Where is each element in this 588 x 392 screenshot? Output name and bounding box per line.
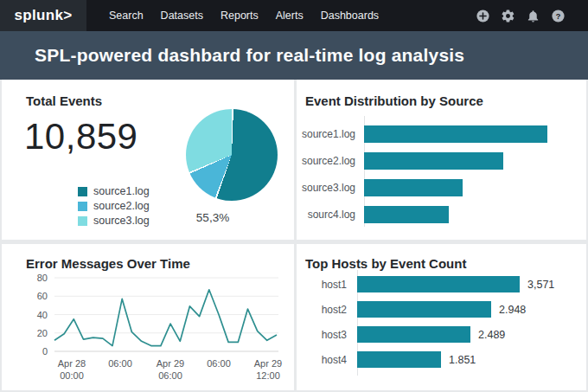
- bar-category-label: host3: [297, 329, 347, 341]
- bar: [364, 152, 503, 170]
- bar-row: host41.851: [297, 347, 586, 372]
- source-bar-chart: source1.logsource2.logsource3.logsourc4.…: [297, 120, 586, 228]
- panel-title-total-events: Total Events: [26, 93, 102, 108]
- bar-category-label: host1: [297, 279, 347, 291]
- legend-item: source2.log: [78, 200, 150, 212]
- bar-row: source2.log: [297, 147, 586, 174]
- svg-text:?: ?: [556, 11, 561, 20]
- bar-category-label: host4: [297, 354, 347, 366]
- nav-item-search[interactable]: Search: [100, 10, 152, 22]
- nav-item-dashboards[interactable]: Dashboards: [312, 10, 387, 22]
- dashboard-title: SPL-powered dashbard for real-time log a…: [35, 45, 464, 66]
- panel-error-messages: Error Messages Over Time 020406080Apr 28…: [2, 244, 294, 390]
- y-tick-label: 40: [37, 310, 48, 320]
- panel-title-top-hosts: Top Hosts by Event Count: [305, 256, 466, 271]
- line-series: [54, 290, 277, 346]
- bar: [357, 276, 520, 292]
- bar: [364, 179, 463, 196]
- nav-item-datasets[interactable]: Datasets: [152, 10, 212, 22]
- panel-total-events: Total Events 10,859 source1.logsource2.l…: [2, 80, 294, 240]
- top-nav: splunk> Search Datasets Reports Alerts D…: [0, 0, 588, 31]
- gear-icon[interactable]: [501, 9, 515, 23]
- bar-value-label: 2.948: [499, 304, 526, 316]
- legend-label: source3.log: [93, 215, 150, 227]
- x-tick-label: 06:00: [158, 370, 182, 381]
- legend-label: source2.log: [93, 200, 150, 212]
- bar-row: host13,571: [297, 272, 586, 297]
- bell-icon[interactable]: [526, 9, 540, 23]
- total-events-value: 10,859: [24, 116, 137, 157]
- nav-item-reports[interactable]: Reports: [212, 10, 267, 22]
- splunk-logo-text: splunk>: [15, 7, 73, 24]
- y-tick-label: 20: [37, 328, 48, 338]
- bar-category-label: source2.log: [297, 155, 355, 167]
- panel-title-error-messages: Error Messages Over Time: [26, 256, 190, 271]
- legend-swatch: [78, 202, 87, 211]
- bar-value-label: 3,571: [527, 279, 554, 291]
- x-tick-label: Apr 29: [254, 358, 282, 369]
- line-chart: 020406080Apr 2800:0006:00Apr 2906:0006:0…: [17, 270, 287, 389]
- nav-icon-group: ?: [476, 0, 588, 31]
- bar: [357, 301, 491, 318]
- nav-item-alerts[interactable]: Alerts: [267, 10, 312, 22]
- bar-row: host32.489: [297, 322, 586, 347]
- x-tick-label: 06:00: [207, 358, 231, 369]
- bar-row: host22.948: [297, 297, 586, 322]
- bar-category-label: source1.log: [297, 128, 355, 140]
- dashboard-header: SPL-powered dashbard for real-time log a…: [0, 31, 588, 80]
- pie-legend: source1.logsource2.logsource3.log: [78, 185, 150, 229]
- panel-top-hosts: Top Hosts by Event Count host13,571host2…: [297, 244, 586, 390]
- y-tick-label: 60: [37, 291, 48, 301]
- x-tick-label: 12:00: [256, 370, 280, 381]
- legend-item: source1.log: [78, 185, 150, 197]
- bar: [357, 351, 441, 368]
- help-icon[interactable]: ?: [551, 9, 566, 23]
- nav-menu: Search Datasets Reports Alerts Dashboard…: [100, 0, 387, 31]
- legend-item: source3.log: [78, 215, 150, 227]
- bar: [357, 326, 470, 343]
- legend-swatch: [78, 216, 87, 226]
- y-tick-label: 80: [37, 273, 48, 283]
- bar-category-label: sourc4.log: [297, 209, 355, 221]
- legend-swatch: [78, 187, 87, 196]
- pie-slice-label: 55,3%: [187, 211, 239, 224]
- x-tick-label: 00:00: [60, 370, 84, 381]
- splunk-logo[interactable]: splunk>: [0, 0, 86, 31]
- x-tick-label: Apr 29: [157, 358, 184, 369]
- dashboard-grid: Total Events 10,859 source1.logsource2.l…: [0, 80, 588, 392]
- bar-category-label: host2: [297, 304, 347, 316]
- bar-row: source1.log: [297, 120, 586, 147]
- plus-icon[interactable]: [476, 9, 490, 23]
- bar: [364, 206, 449, 223]
- panel-title-event-distribution: Event Distribution by Source: [305, 93, 483, 108]
- bar-row: sourc4.log: [297, 201, 586, 228]
- bar: [364, 125, 547, 143]
- bar-value-label: 2.489: [478, 329, 505, 341]
- x-tick-label: Apr 28: [58, 358, 86, 369]
- y-tick-label: 0: [42, 346, 48, 357]
- pie-chart: [186, 109, 278, 201]
- bar-category-label: source3.log: [297, 182, 355, 194]
- panel-event-distribution: Event Distribution by Source source1.log…: [297, 80, 586, 240]
- host-bar-chart: host13,571host22.948host32.489host41.851: [297, 272, 586, 372]
- x-tick-label: 06:00: [108, 358, 132, 369]
- bar-value-label: 1.851: [449, 354, 476, 366]
- legend-label: source1.log: [93, 185, 150, 197]
- bar-row: source3.log: [297, 174, 586, 201]
